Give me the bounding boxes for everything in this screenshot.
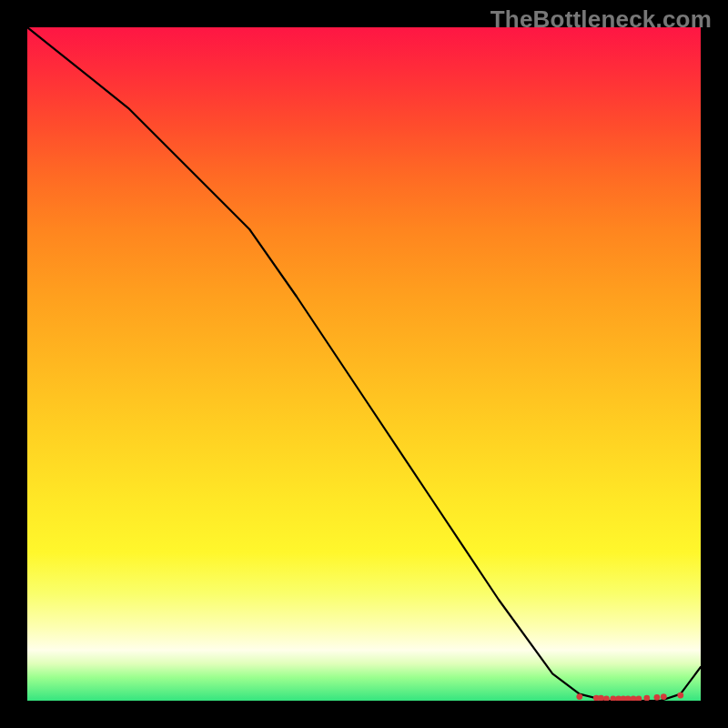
- curve-path-group: [27, 27, 701, 701]
- watermark-label: TheBottleneck.com: [490, 5, 712, 34]
- marker-dot: [610, 695, 616, 701]
- marker-dot: [643, 695, 650, 701]
- plot-area: [27, 27, 701, 701]
- marker-dot: [661, 693, 667, 700]
- marker-dot: [636, 695, 642, 701]
- marker-dot: [598, 695, 604, 701]
- marker-dot: [631, 695, 637, 701]
- marker-dot: [677, 693, 683, 699]
- marker-dot: [625, 695, 632, 701]
- marker-dot: [576, 693, 582, 700]
- chart-frame: TheBottleneck.com: [0, 0, 728, 728]
- marker-dot: [603, 695, 610, 701]
- marker-dot: [654, 694, 661, 701]
- curve-line: [27, 27, 701, 701]
- chart-svg: [27, 27, 701, 701]
